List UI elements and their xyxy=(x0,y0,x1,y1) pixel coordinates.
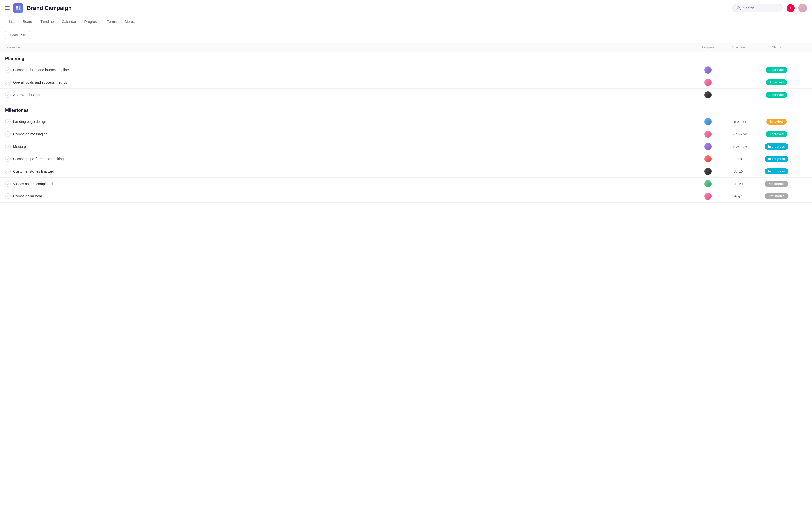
check-icon[interactable] xyxy=(5,67,11,73)
status-badge: In progress xyxy=(765,144,788,150)
task-name-cell: Customer stories finalized xyxy=(5,169,695,174)
tab-timeline[interactable]: Timeline xyxy=(36,16,58,27)
status-cell: Not started xyxy=(756,181,797,187)
task-name: Campaign messaging xyxy=(13,132,47,136)
avatar[interactable] xyxy=(704,118,712,125)
task-name: Campaign performance tracking xyxy=(13,157,64,161)
assignee-cell xyxy=(695,79,721,86)
section-milestones-title: Milestones xyxy=(5,108,695,113)
hamburger-menu[interactable] xyxy=(5,6,10,10)
check-icon[interactable] xyxy=(5,169,11,174)
search-bar[interactable]: 🔍 xyxy=(732,4,783,12)
add-task-label: + Add Task xyxy=(9,33,26,37)
table-row[interactable]: Campaign brief and launch timeline Appro… xyxy=(0,64,812,76)
due-date-cell: Jul 3 xyxy=(721,157,756,161)
col-task-name: Task name xyxy=(5,46,695,49)
status-cell: In progress xyxy=(756,156,797,162)
status-badge: Not started xyxy=(765,193,788,199)
task-name: Campaign brief and launch timeline xyxy=(13,68,69,72)
avatar[interactable] xyxy=(704,155,712,163)
assignee-cell xyxy=(695,66,721,73)
assignee-cell xyxy=(695,118,721,125)
task-name-cell: Campaign messaging xyxy=(5,131,695,137)
task-name: Campaign launch! xyxy=(13,194,42,198)
table-row[interactable]: Overall goals and success metrics Approv… xyxy=(0,76,812,89)
col-add[interactable]: + xyxy=(797,46,807,49)
check-icon[interactable] xyxy=(5,144,11,149)
avatar[interactable] xyxy=(704,143,712,150)
check-icon[interactable] xyxy=(5,181,11,186)
section-milestones-header: Milestones xyxy=(0,104,812,116)
status-badge: In progress xyxy=(765,156,788,162)
assignee-cell xyxy=(695,193,721,200)
task-name: Media plan xyxy=(13,145,31,149)
table-row[interactable]: Campaign launch! Aug 1 Not started xyxy=(0,190,812,203)
table-row[interactable]: Customer stories finalized Jul 10 In pro… xyxy=(0,165,812,178)
avatar[interactable] xyxy=(704,130,712,138)
task-name-cell: Videos assets completed xyxy=(5,181,695,186)
avatar[interactable] xyxy=(704,193,712,200)
assignee-cell xyxy=(695,155,721,163)
due-date-cell: Jul 20 xyxy=(721,182,756,186)
tab-forms[interactable]: Forms xyxy=(103,16,121,27)
svg-rect-2 xyxy=(16,8,18,10)
user-avatar-image xyxy=(798,4,807,12)
col-status: Status xyxy=(756,46,797,49)
avatar[interactable] xyxy=(704,79,712,86)
status-cell: Approved xyxy=(756,92,797,98)
status-cell: In progress xyxy=(756,144,797,150)
avatar[interactable] xyxy=(704,66,712,73)
table-row[interactable]: Videos assets completed Jul 20 Not start… xyxy=(0,178,812,190)
task-name-cell: Campaign performance tracking xyxy=(5,156,695,162)
task-name-cell: Media plan xyxy=(5,144,695,149)
task-name: Approved budget xyxy=(13,93,40,97)
task-name: Landing page design xyxy=(13,120,46,124)
svg-rect-0 xyxy=(16,6,18,8)
table-row[interactable]: Media plan Jun 25 – 26 In progress xyxy=(0,140,812,153)
status-badge: Approved xyxy=(766,67,787,73)
status-badge: Approved xyxy=(766,79,787,86)
status-cell: In progress xyxy=(756,168,797,174)
status-badge: Approved xyxy=(766,131,787,137)
app-logo xyxy=(13,3,23,13)
table-header-row: Task name Assignee Due date Status + xyxy=(0,43,812,52)
table-row[interactable]: Landing page design Jun 9 – 11 In review xyxy=(0,116,812,128)
check-icon[interactable] xyxy=(5,119,11,124)
task-name: Overall goals and success metrics xyxy=(13,80,67,84)
task-name: Videos assets completed xyxy=(13,182,53,186)
due-date-cell: Aug 1 xyxy=(721,194,756,198)
avatar[interactable] xyxy=(704,91,712,98)
task-name-cell: Campaign launch! xyxy=(5,193,695,199)
add-task-button[interactable]: + Add Task xyxy=(5,31,30,39)
assignee-cell xyxy=(695,168,721,175)
header: Brand Campaign 🔍 + xyxy=(0,0,812,16)
assignee-cell xyxy=(695,91,721,98)
check-icon[interactable] xyxy=(5,92,11,98)
tab-more[interactable]: More… xyxy=(121,16,141,27)
svg-rect-3 xyxy=(18,8,20,10)
table-row[interactable]: Approved budget Approved xyxy=(0,89,812,101)
table-row[interactable]: Campaign performance tracking Jul 3 In p… xyxy=(0,153,812,165)
table-row[interactable]: Campaign messaging Jun 18 – 20 Approved xyxy=(0,128,812,140)
tab-progress[interactable]: Progress xyxy=(80,16,103,27)
avatar[interactable] xyxy=(798,4,807,12)
check-icon[interactable] xyxy=(5,193,11,199)
avatar[interactable] xyxy=(704,180,712,187)
check-icon[interactable] xyxy=(5,79,11,85)
assignee-cell xyxy=(695,130,721,138)
svg-rect-1 xyxy=(18,6,20,8)
due-date-cell: Jun 25 – 26 xyxy=(721,145,756,149)
search-input[interactable] xyxy=(743,6,779,10)
check-icon[interactable] xyxy=(5,156,11,162)
due-date-cell: Jun 18 – 20 xyxy=(721,132,756,136)
tab-board[interactable]: Board xyxy=(19,16,36,27)
add-button[interactable]: + xyxy=(786,4,795,12)
due-date-cell: Jun 9 – 11 xyxy=(721,120,756,124)
section-planning-title: Planning xyxy=(5,56,695,61)
tab-list[interactable]: List xyxy=(5,16,19,27)
avatar[interactable] xyxy=(704,168,712,175)
tab-calendar[interactable]: Calendar xyxy=(58,16,81,27)
task-table: Task name Assignee Due date Status + Pla… xyxy=(0,43,812,203)
check-icon[interactable] xyxy=(5,131,11,137)
nav-tabs: List Board Timeline Calendar Progress Fo… xyxy=(0,16,812,27)
